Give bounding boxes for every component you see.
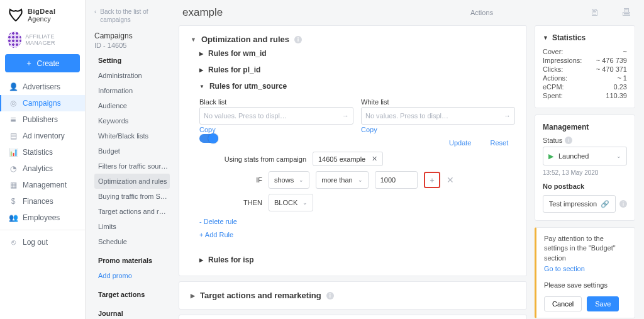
copy-black-list[interactable]: Copy <box>199 126 216 133</box>
delete-rule-link[interactable]: - Delete rule <box>199 218 237 225</box>
affiliate-role: AFFILIATE MANAGER <box>0 29 85 54</box>
copy-white-list[interactable]: Copy <box>361 126 377 133</box>
nav-item-publishers[interactable]: ≣Publishers <box>0 111 85 128</box>
subnav-item[interactable]: Keywords <box>94 113 170 128</box>
remove-chip-icon[interactable]: ✕ <box>372 155 377 163</box>
status-select[interactable]: ▶ Launched ⌄ <box>543 147 627 165</box>
rules-isp[interactable]: ▶Rules for isp <box>191 250 515 267</box>
subnav-item[interactable]: Administration <box>94 68 170 83</box>
nav-item-ad-inventory[interactable]: ▤Ad inventory <box>0 128 85 144</box>
caret-down-icon: ▼ <box>543 35 548 41</box>
subnav-item[interactable]: Promo materials <box>94 249 170 268</box>
statistics-title[interactable]: ▼ Statistics <box>543 33 627 42</box>
nav-item-campaigns[interactable]: ◎Campaigns <box>0 95 85 111</box>
white-list-label: White list <box>361 98 515 106</box>
nav-item-statistics[interactable]: 📊Statistics <box>0 144 85 160</box>
create-button[interactable]: ＋ Create <box>5 54 80 72</box>
page-actions-menu[interactable]: Actions <box>470 9 493 16</box>
info-icon[interactable]: i <box>565 137 572 144</box>
chevron-left-icon: ‹ <box>94 8 96 16</box>
info-icon[interactable]: i <box>326 292 334 299</box>
subnav-item[interactable]: Limits <box>94 219 170 234</box>
reset-link[interactable]: Reset <box>490 139 508 147</box>
if-value-input[interactable]: 1000 <box>375 171 418 189</box>
info-icon[interactable]: i <box>619 200 627 208</box>
caret-right-icon: ▶ <box>191 293 195 299</box>
section-optimization-rules[interactable]: ▼ Optimization and rules i <box>191 35 515 44</box>
play-icon: ▶ <box>548 152 553 160</box>
stat-row: eCPM:0.23 <box>543 82 627 91</box>
nav-item-analytics[interactable]: ◔Analytics <box>0 160 85 177</box>
white-list-input[interactable]: No values. Press to displ… → <box>361 107 515 125</box>
stat-row: Actions:~ 1 <box>543 74 627 82</box>
nav-icon: ▦ <box>9 181 18 189</box>
using-stats-label: Using stats from campaign <box>218 155 306 163</box>
add-condition-button[interactable]: ＋ <box>424 172 440 188</box>
black-list-label: Black list <box>199 98 353 106</box>
nav-item-finances[interactable]: $Finances <box>0 193 85 210</box>
caret-down-icon: ▼ <box>199 84 204 89</box>
subnav-header: Campaigns <box>94 31 170 42</box>
plus-icon: ＋ <box>25 58 33 69</box>
subnav-item[interactable]: Target actions and re… <box>94 204 170 219</box>
subnav-id: ID - 14605 <box>94 42 170 49</box>
avatar <box>8 31 21 48</box>
then-label: THEN <box>218 199 262 206</box>
info-icon[interactable]: i <box>294 36 302 43</box>
nav-icon: 👥 <box>9 213 18 222</box>
link-icon: 🔗 <box>601 200 609 208</box>
stat-row: Spent:110.39 <box>543 91 627 100</box>
subnav-item[interactable]: Budget <box>94 143 170 159</box>
print-icon[interactable]: 🖶 <box>621 7 631 18</box>
save-button[interactable]: Save <box>587 296 619 311</box>
subnav-item[interactable]: Target actions <box>94 283 170 302</box>
logout-link[interactable]: ⎋ Log out <box>0 234 85 250</box>
black-list-input[interactable]: No values. Press to displ… → <box>199 107 353 125</box>
caret-right-icon: ▶ <box>199 257 203 263</box>
back-link[interactable]: ‹ Back to the list of campaigns <box>94 5 170 31</box>
rules-pl-id[interactable]: ▶Rules for pl_id <box>191 60 515 77</box>
nav-item-management[interactable]: ▦Management <box>0 177 85 193</box>
nav-item-employees[interactable]: 👥Employees <box>0 210 85 226</box>
if-metric-select[interactable]: shows⌄ <box>269 171 309 189</box>
subnav-item[interactable]: Schedule <box>94 234 170 249</box>
subnav-item[interactable]: Setting <box>94 49 170 68</box>
remove-condition-icon[interactable]: ✕ <box>447 175 454 185</box>
nav-icon: ◔ <box>9 164 18 173</box>
blacklist-toggle[interactable] <box>199 134 218 143</box>
no-postback-label: No postback <box>543 182 627 190</box>
if-operator-select[interactable]: more than⌄ <box>316 171 369 189</box>
test-impression-button[interactable]: Test impression 🔗 <box>543 195 616 213</box>
chevron-down-icon: ⌄ <box>303 199 308 206</box>
nav-icon: 📊 <box>9 148 18 157</box>
add-rule-link[interactable]: + Add Rule <box>199 231 233 238</box>
page-title: example <box>182 6 458 19</box>
subnav-item[interactable]: White/Black lists <box>94 128 170 143</box>
nav-item-advertisers[interactable]: 👤Advertisers <box>0 79 85 95</box>
cancel-button[interactable]: Cancel <box>544 296 582 311</box>
arrow-right-icon: → <box>342 112 349 120</box>
stat-row: Impressions:~ 476 739 <box>543 56 627 65</box>
rules-wm-id[interactable]: ▶Rules for wm_id <box>191 44 515 60</box>
subnav-item[interactable]: Filters for traffic sour… <box>94 159 170 174</box>
subnav-item[interactable]: Buying traffic from S… <box>94 189 170 204</box>
campaign-chip[interactable]: 14605 example ✕ <box>313 152 383 166</box>
chevron-down-icon: ⌄ <box>616 153 621 159</box>
go-to-section-link[interactable]: Go to section <box>544 264 585 274</box>
subnav-item[interactable]: Audience <box>94 98 170 113</box>
subnav-item[interactable]: Journal <box>94 302 170 319</box>
then-action-select[interactable]: BLOCK⌄ <box>269 194 313 211</box>
subnav-item[interactable]: Add promo <box>94 268 170 283</box>
status-timestamp: 13:52, 13 May 2020 <box>543 169 627 176</box>
subnav-item[interactable]: Information <box>94 83 170 98</box>
nav-icon: $ <box>9 197 18 206</box>
caret-down-icon: ▼ <box>191 36 196 43</box>
rules-utm-source[interactable]: ▼Rules for utm_source <box>191 77 515 93</box>
section-target-remarketing[interactable]: ▶ Target actions and remarketing i <box>191 291 515 300</box>
document-icon[interactable]: 🗎 <box>590 7 600 18</box>
app-logo: BigDealAgency <box>0 5 85 29</box>
subnav-item[interactable]: Optimization and rules <box>94 174 170 189</box>
update-link[interactable]: Update <box>449 139 471 147</box>
if-label: IF <box>218 176 262 184</box>
caret-right-icon: ▶ <box>199 67 203 73</box>
